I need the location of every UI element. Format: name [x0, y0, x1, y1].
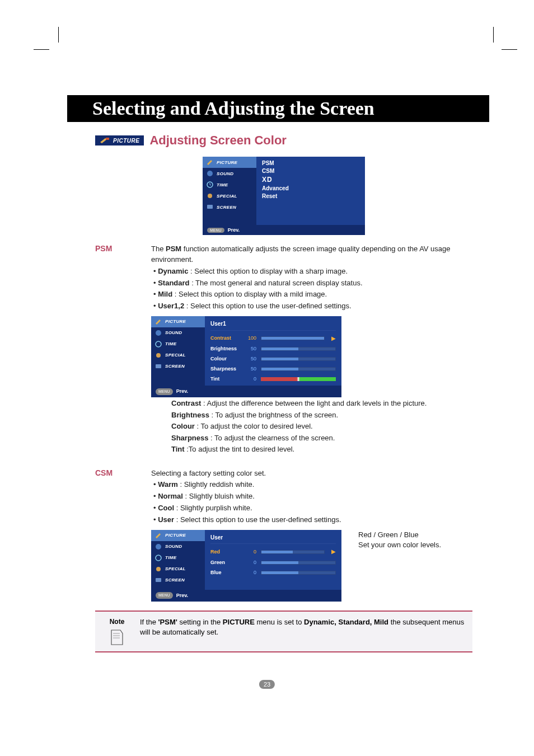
slider-track[interactable]	[261, 336, 325, 340]
svg-point-3	[208, 194, 212, 198]
title-bar: Selecting and Adjusting the Screen	[67, 95, 489, 122]
slider-brightness[interactable]: Brightness50	[210, 345, 336, 353]
chevron-right-icon: ▶	[331, 335, 336, 343]
svg-point-5	[156, 330, 161, 336]
slider-track[interactable]	[261, 561, 336, 565]
slider-blue[interactable]: Blue0	[210, 569, 336, 577]
clock-icon	[154, 554, 162, 562]
menu-button[interactable]: MENU	[156, 592, 173, 599]
slider-track[interactable]	[261, 347, 336, 351]
psm-intro: The PSM function automatically adjusts t…	[151, 244, 472, 265]
gear-icon	[154, 351, 162, 359]
svg-point-6	[156, 341, 161, 347]
osd-tab-sound[interactable]: SOUND	[151, 541, 205, 552]
speaker-icon	[154, 329, 162, 337]
svg-point-10	[156, 555, 161, 561]
section-header: PICTURE Adjusting Screen Color	[95, 133, 472, 148]
osd-tab-sound[interactable]: SOUND	[203, 168, 256, 179]
slider-sharpness[interactable]: Sharpness50	[210, 365, 336, 373]
svg-point-9	[156, 544, 161, 550]
tint-track[interactable]	[261, 377, 336, 381]
osd-tab-time[interactable]: TIME	[203, 179, 256, 190]
psm-label: PSM	[95, 244, 134, 463]
speaker-icon	[154, 543, 162, 551]
clock-icon	[154, 340, 162, 348]
speaker-icon	[206, 170, 214, 177]
osd-tab-picture[interactable]: PICTURE	[151, 530, 205, 541]
osd-tab-special[interactable]: SPECIAL	[151, 564, 205, 575]
psm-bullet-user12: • User1,2 : Select this option to use th…	[153, 301, 472, 312]
osd-item-list: PSM CSM XD Advanced Reset	[256, 157, 365, 225]
slider-colour[interactable]: Colour50	[210, 355, 336, 363]
slider-tint[interactable]: Tint0	[210, 375, 336, 383]
osd-footer: MENU Prev.	[203, 225, 365, 235]
slider-red[interactable]: Red0▶	[210, 547, 336, 557]
psm-bullet-dynamic: • Dynamic : Select this option to displa…	[153, 266, 472, 277]
osd-item-xd[interactable]: XD	[262, 176, 359, 184]
gear-icon	[154, 565, 162, 573]
osd-tab-sound[interactable]: SOUND	[151, 327, 205, 339]
osd-tab-time[interactable]: TIME	[151, 552, 205, 564]
note-text: If the 'PSM' setting in the PICTURE menu…	[140, 617, 465, 637]
osd-tab-special[interactable]: SPECIAL	[151, 350, 205, 361]
slider-track[interactable]	[261, 550, 325, 554]
slider-green[interactable]: Green0	[210, 558, 336, 567]
page-title: Selecting and Adjusting the Screen	[92, 98, 374, 119]
psm-bullet-standard: • Standard : The most general and natura…	[153, 278, 472, 289]
page-number: 23	[259, 680, 275, 689]
osd-panel-user: PICTURE SOUND TIME SPECIAL SCREEN User R…	[151, 530, 341, 602]
brush-icon	[154, 318, 162, 326]
picture-tag: PICTURE	[95, 135, 144, 145]
slider-track[interactable]	[261, 571, 336, 575]
rgb-title: Red / Green / Blue	[358, 530, 441, 540]
clock-icon	[206, 181, 214, 189]
slider-track[interactable]	[261, 357, 336, 361]
csm-intro: Selecting a factory setting color set.	[151, 468, 472, 479]
svg-rect-8	[156, 364, 161, 368]
osd-item-reset[interactable]: Reset	[262, 193, 359, 199]
document-icon	[109, 629, 125, 646]
screen-icon	[154, 576, 162, 584]
osd-item-csm[interactable]: CSM	[262, 168, 359, 174]
slider-track[interactable]	[261, 367, 336, 371]
screen-icon	[154, 363, 162, 370]
osd-panel-user1: PICTURE SOUND TIME SPECIAL SCREEN User1 …	[151, 316, 341, 389]
brush-icon	[206, 158, 214, 166]
osd-item-psm[interactable]: PSM	[262, 160, 359, 166]
svg-point-11	[156, 567, 161, 571]
osd-tab-screen[interactable]: SCREEN	[151, 575, 205, 586]
osd-tab-screen[interactable]: SCREEN	[203, 201, 256, 213]
svg-rect-12	[156, 578, 161, 582]
screen-icon	[206, 203, 214, 211]
csm-bullet-cool: • Cool : Slightly purplish white.	[153, 503, 472, 514]
csm-bullet-normal: • Normal : Slightly bluish white.	[153, 491, 472, 502]
psm-block: PSM The PSM function automatically adjus…	[95, 244, 472, 463]
csm-bullet-user: • User : Select this option to use the u…	[153, 515, 472, 525]
osd-tab-picture[interactable]: PICTURE	[203, 157, 256, 168]
csm-label: CSM	[95, 468, 134, 602]
svg-rect-4	[207, 205, 213, 209]
brush-icon	[154, 532, 162, 539]
slider-contrast[interactable]: Contrast100▶	[210, 334, 336, 344]
rgb-text: Set your own color levels.	[358, 540, 441, 550]
brush-icon	[100, 137, 110, 144]
osd-item-advanced[interactable]: Advanced	[262, 185, 359, 191]
svg-point-7	[156, 353, 161, 358]
osd-tab-picture[interactable]: PICTURE	[151, 316, 205, 327]
note-box: Note If the 'PSM' setting in the PICTURE…	[95, 611, 472, 652]
gear-icon	[206, 192, 214, 200]
osd-footer-prev: Prev.	[228, 227, 240, 233]
picture-tag-label: PICTURE	[113, 138, 139, 144]
osd-tab-time[interactable]: TIME	[151, 339, 205, 350]
osd-tab-special[interactable]: SPECIAL	[203, 190, 256, 201]
osd-tab-screen[interactable]: SCREEN	[151, 361, 205, 372]
svg-rect-0	[106, 138, 109, 140]
osd-tab-list: PICTURE SOUND TIME SPECIAL SCREEN	[203, 157, 256, 225]
csm-block: CSM Selecting a factory setting color se…	[95, 468, 472, 602]
osd-panel-main: PICTURE SOUND TIME SPECIAL SCREEN PSM CS…	[203, 157, 365, 235]
menu-button[interactable]: MENU	[156, 388, 173, 395]
osd-heading-user1: User1	[210, 318, 336, 331]
slider-descriptions: Contrast : Adjust the difference between…	[171, 398, 472, 455]
svg-point-1	[207, 171, 213, 176]
menu-button[interactable]: MENU	[207, 228, 224, 233]
